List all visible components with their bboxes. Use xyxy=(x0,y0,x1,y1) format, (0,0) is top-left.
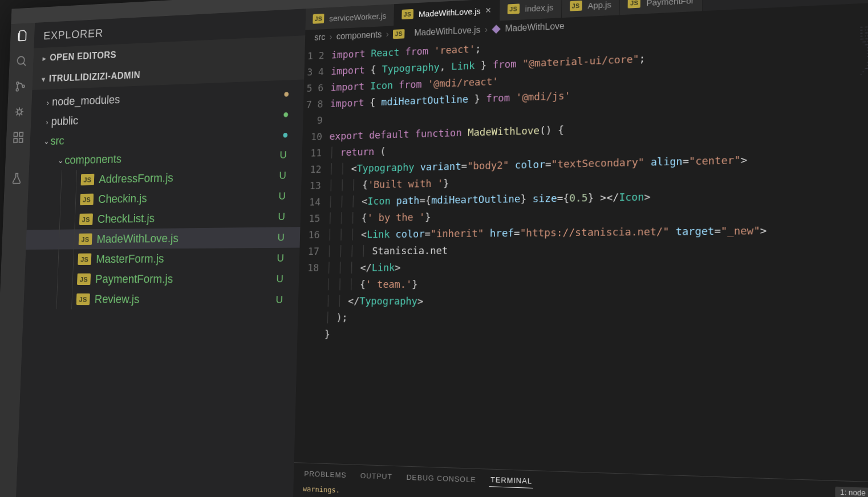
tree-file[interactable]: JSMadeWithLove.jsU xyxy=(26,227,300,250)
js-file-icon: JS xyxy=(77,274,91,285)
js-file-icon: JS xyxy=(78,254,91,265)
file-tree: › node_modules ● › public ● ⌄ src xyxy=(15,79,304,497)
chevron-down-icon: ⌄ xyxy=(42,136,51,146)
folder-label: src xyxy=(50,128,282,148)
beaker-icon[interactable] xyxy=(10,171,23,186)
tree-file[interactable]: JSCheckList.jsU xyxy=(27,206,301,230)
chevron-right-icon: › xyxy=(43,117,51,127)
breadcrumb-segment[interactable]: MadeWithLove.js xyxy=(414,25,480,38)
js-file-icon: JS xyxy=(80,174,94,186)
js-file-icon: JS xyxy=(401,9,413,19)
editor-content[interactable]: 1 2 3 4 5 6 7 8 9 10 11 12 13 14 15 16 1… xyxy=(294,18,868,483)
tab-label: serviceWorker.js xyxy=(329,11,387,23)
chevron-right-icon: › xyxy=(43,97,52,107)
tab-label: MadeWithLove.js xyxy=(419,6,481,18)
js-file-icon: JS xyxy=(508,3,520,14)
file-label: PaymentForm.js xyxy=(95,272,277,286)
tree-file[interactable]: JSMasterForm.jsU xyxy=(25,248,300,270)
component-icon xyxy=(492,25,501,34)
chevron-down-icon: ▾ xyxy=(42,75,46,83)
svg-rect-5 xyxy=(14,132,17,136)
chevron-right-icon: › xyxy=(485,25,488,35)
terminal-picker[interactable]: 1: node xyxy=(835,487,868,497)
status-dot-icon: ● xyxy=(283,93,297,93)
breadcrumb-segment[interactable]: src xyxy=(314,32,326,43)
git-status-letter: U xyxy=(279,149,295,161)
js-file-icon: JS xyxy=(80,194,94,206)
warning-heading: warnings. xyxy=(303,484,340,494)
tab-terminal[interactable]: TERMINAL xyxy=(489,473,533,488)
svg-rect-7 xyxy=(14,138,17,142)
breadcrumb-segment[interactable]: MadeWithLove xyxy=(505,21,565,34)
file-label: MasterForm.js xyxy=(96,251,277,266)
extensions-icon[interactable] xyxy=(11,130,25,145)
files-icon[interactable] xyxy=(16,28,29,43)
search-icon[interactable] xyxy=(15,54,28,68)
file-label: Review.js xyxy=(94,292,276,307)
js-file-icon: JS xyxy=(393,29,405,39)
git-status-letter: U xyxy=(278,211,293,223)
git-status-letter: U xyxy=(277,231,293,243)
tab-label: PaymentFor xyxy=(646,0,694,7)
status-dot-icon: ● xyxy=(283,113,296,114)
js-file-icon: JS xyxy=(570,1,582,11)
file-label: CheckList.js xyxy=(97,210,278,226)
debug-icon[interactable] xyxy=(13,104,26,119)
explorer-sidebar: EXPLORER ▸ OPEN EDITORS ▾ ITRULLIDIZIZI-… xyxy=(15,9,306,497)
tab-label: App.js xyxy=(587,0,611,10)
editor-area: JSserviceWorker.jsJSMadeWithLove.js✕JSin… xyxy=(292,0,868,497)
tree-file[interactable]: JSPaymentForm.jsU xyxy=(25,268,299,290)
file-label: Checkin.js xyxy=(98,189,279,206)
folder-label: components xyxy=(64,148,280,167)
minimap[interactable]: ▬▬ ▬▬▬ ▬▬ ▬▬▬▬ ▬▬ ▬ ▬▬▬▬ ▬▬ ▬ ▬▬ ▬▬▬▬▬▬▬… xyxy=(857,18,868,483)
chevron-down-icon: ⌄ xyxy=(56,156,64,165)
project-label: ITRULLIDIZIZI-ADMIN xyxy=(49,70,141,84)
code-view[interactable]: import React from 'react'; import { Typo… xyxy=(321,21,857,481)
chevron-right-icon: › xyxy=(386,29,389,39)
close-icon[interactable]: ✕ xyxy=(485,6,492,15)
git-status-letter: U xyxy=(278,190,294,202)
svg-point-2 xyxy=(16,88,18,91)
file-label: AddressForm.js xyxy=(99,169,279,186)
tab-label: index.js xyxy=(525,2,554,13)
js-file-icon: JS xyxy=(79,233,92,245)
svg-point-1 xyxy=(17,82,19,84)
git-status-letter: U xyxy=(279,169,294,181)
js-file-icon: JS xyxy=(79,214,93,226)
svg-rect-8 xyxy=(19,138,23,142)
chevron-right-icon: ▸ xyxy=(43,54,47,63)
file-label: MadeWithLove.js xyxy=(96,230,278,246)
tree-file[interactable]: JSReview.jsU xyxy=(23,289,298,310)
git-status-letter: U xyxy=(275,294,291,305)
git-status-letter: U xyxy=(276,273,291,285)
breadcrumb-segment[interactable]: components xyxy=(336,30,382,42)
open-editors-label: OPEN EDITORS xyxy=(50,50,116,63)
git-status-letter: U xyxy=(277,252,292,264)
git-icon[interactable] xyxy=(14,79,27,94)
editor-window: MadeWithLove.js — itrullidizizi-admin xyxy=(0,0,868,497)
js-file-icon: JS xyxy=(76,294,90,305)
svg-rect-6 xyxy=(19,132,23,136)
tab-output[interactable]: OUTPUT xyxy=(359,469,394,483)
js-file-icon: JS xyxy=(313,14,324,24)
js-file-icon: JS xyxy=(628,0,640,9)
status-dot-icon: ● xyxy=(282,134,295,135)
tab-problems[interactable]: PROBLEMS xyxy=(303,467,347,481)
chevron-right-icon: › xyxy=(329,32,332,42)
